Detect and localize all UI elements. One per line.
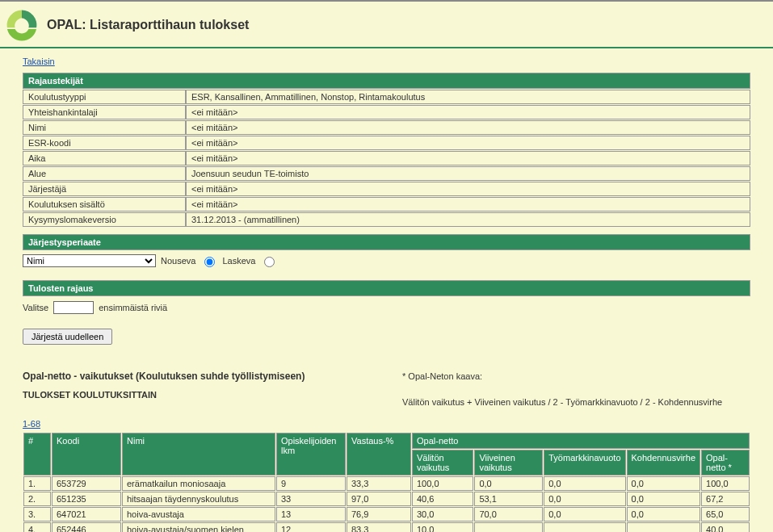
cell-n: 1.	[23, 476, 51, 491]
criteria-section-title: Rajaustekijät	[23, 73, 750, 89]
cell-valiton: 100,0	[412, 476, 473, 491]
cell-vastaus: 97,0	[347, 492, 411, 506]
limit-input[interactable]	[53, 301, 94, 314]
cell-tyomark: 0,0	[544, 476, 625, 491]
criteria-row: ESR-koodi<ei mitään>	[23, 136, 750, 150]
criteria-value: <ei mitään>	[186, 182, 750, 196]
th-netto: Opal-netto *	[701, 450, 750, 475]
cell-vastaus: 76,9	[347, 507, 411, 522]
range-link[interactable]: 1-68	[23, 419, 40, 429]
criteria-label: Järjestäjä	[23, 182, 186, 196]
th-koodi: Koodi	[52, 433, 121, 475]
cell-vastaus: 33,3	[347, 476, 411, 491]
sort-asc-label: Nouseva	[161, 256, 195, 266]
back-link[interactable]: Takaisin	[23, 57, 55, 66]
info-right: * Opal-Neton kaava: Välitön vaikutus + V…	[402, 371, 722, 409]
cell-nimi: hoiva-avustaja/suomen kielen	[122, 522, 275, 532]
cell-lkm: 13	[276, 507, 346, 522]
cell-koodi: 647021	[52, 507, 121, 522]
th-rownum: #	[23, 433, 51, 475]
criteria-value: Joensuun seudun TE-toimisto	[186, 166, 750, 181]
sort-field-select[interactable]: Nimi	[23, 254, 156, 267]
criteria-row: Yhteishankintalaji<ei mitään>	[23, 105, 750, 119]
sort-desc-label: Laskeva	[222, 256, 255, 266]
cell-lkm: 12	[276, 522, 346, 532]
page-header: OPAL: Listaraporttihaun tulokset	[0, 2, 773, 48]
criteria-label: Kysymyslomakeversio	[23, 212, 186, 227]
cell-netto: 100,0	[701, 476, 750, 491]
th-opalnetto-group: Opal-netto	[412, 433, 750, 449]
cell-vastaus: 83,3	[347, 522, 411, 532]
cell-viiveinen: 0,0	[474, 476, 543, 491]
criteria-row: Kysymyslomakeversio31.12.2013 - (ammatil…	[23, 212, 750, 227]
cell-lkm: 33	[276, 492, 346, 506]
criteria-label: Nimi	[23, 120, 186, 135]
cell-valiton: 10,0	[412, 522, 473, 532]
criteria-value: ESR, Kansallinen, Ammatillinen, Nonstop,…	[186, 90, 750, 104]
cell-valiton: 30,0	[412, 507, 473, 522]
info-left: Opal-netto - vaikutukset (Koulutuksen su…	[23, 371, 370, 409]
criteria-label: Alue	[23, 166, 186, 181]
cell-nimi: hoiva-avustaja	[122, 507, 275, 522]
cell-tyomark	[544, 522, 625, 532]
criteria-value: <ei mitään>	[186, 120, 750, 135]
criteria-row: Nimi<ei mitään>	[23, 120, 750, 135]
sort-asc-radio[interactable]	[204, 257, 215, 267]
cell-n: 2.	[23, 492, 51, 506]
cell-koodi: 651235	[52, 492, 121, 506]
cell-koodi: 653729	[52, 476, 121, 491]
cell-kohd: 0,0	[627, 492, 701, 506]
th-kohd: Kohdennusvirhe	[627, 450, 701, 475]
criteria-label: Aika	[23, 151, 186, 165]
criteria-value: <ei mitään>	[186, 151, 750, 165]
criteria-value: <ei mitään>	[186, 136, 750, 150]
cell-tyomark: 0,0	[544, 492, 625, 506]
th-viiveinen: Viiveinen vaikutus	[474, 450, 543, 475]
criteria-value: <ei mitään>	[186, 105, 750, 119]
limit-suffix: ensimmäistä riviä	[99, 303, 167, 312]
table-row: 1.653729erämatkailun moniosaaja933,3100,…	[23, 476, 750, 491]
results-table: # Koodi Nimi Opiskelijoiden lkm Vastaus-…	[23, 432, 750, 532]
criteria-label: Yhteishankintalaji	[23, 105, 186, 119]
criteria-row: KoulutustyyppiESR, Kansallinen, Ammatill…	[23, 90, 750, 104]
cell-n: 3.	[23, 507, 51, 522]
page-title: OPAL: Listaraporttihaun tulokset	[47, 18, 249, 32]
cell-n: 4.	[23, 522, 51, 532]
cell-viiveinen: 53,1	[474, 492, 543, 506]
th-nimi: Nimi	[122, 433, 275, 475]
info-left-subtitle: TULOKSET KOULUTUKSITTAIN	[23, 390, 370, 400]
limit-prefix: Valitse	[23, 303, 48, 312]
criteria-value: 31.12.2013 - (ammatillinen)	[186, 212, 750, 227]
sort-desc-radio[interactable]	[264, 257, 275, 267]
cell-viiveinen	[474, 522, 543, 532]
criteria-row: Järjestäjä<ei mitään>	[23, 182, 750, 196]
table-row: 3.647021hoiva-avustaja1376,930,070,00,00…	[23, 507, 750, 522]
table-row: 2.651235hitsaajan täydennyskoulutus3397,…	[23, 492, 750, 506]
table-row: 4.652446hoiva-avustaja/suomen kielen1283…	[23, 522, 750, 532]
th-vastaus: Vastaus-%	[347, 433, 411, 475]
limit-section-title: Tulosten rajaus	[23, 280, 750, 296]
cell-viiveinen: 70,0	[474, 507, 543, 522]
info-right-body: Välitön vaikutus + Viiveinen vaikutus / …	[402, 396, 722, 409]
sort-section-title: Järjestysperiaate	[23, 234, 750, 250]
cell-netto: 65,0	[701, 507, 750, 522]
opal-logo-icon	[5, 8, 39, 42]
reorder-button[interactable]: Järjestä uudelleen	[23, 329, 112, 345]
cell-nimi: hitsaajan täydennyskoulutus	[122, 492, 275, 506]
criteria-value: <ei mitään>	[186, 197, 750, 212]
th-lkm: Opiskelijoiden lkm	[276, 433, 346, 475]
criteria-row: AlueJoensuun seudun TE-toimisto	[23, 166, 750, 181]
cell-nimi: erämatkailun moniosaaja	[122, 476, 275, 491]
criteria-label: ESR-koodi	[23, 136, 186, 150]
info-left-title: Opal-netto - vaikutukset (Koulutuksen su…	[23, 371, 370, 382]
criteria-table: KoulutustyyppiESR, Kansallinen, Ammatill…	[23, 89, 750, 228]
cell-kohd: 0,0	[627, 507, 701, 522]
info-right-title: * Opal-Neton kaava:	[402, 371, 722, 383]
cell-valiton: 40,6	[412, 492, 473, 506]
criteria-label: Koulutuksen sisältö	[23, 197, 186, 212]
cell-netto: 67,2	[701, 492, 750, 506]
cell-kohd	[627, 522, 701, 532]
criteria-label: Koulutustyyppi	[23, 90, 186, 104]
cell-koodi: 652446	[52, 522, 121, 532]
criteria-row: Koulutuksen sisältö<ei mitään>	[23, 197, 750, 212]
